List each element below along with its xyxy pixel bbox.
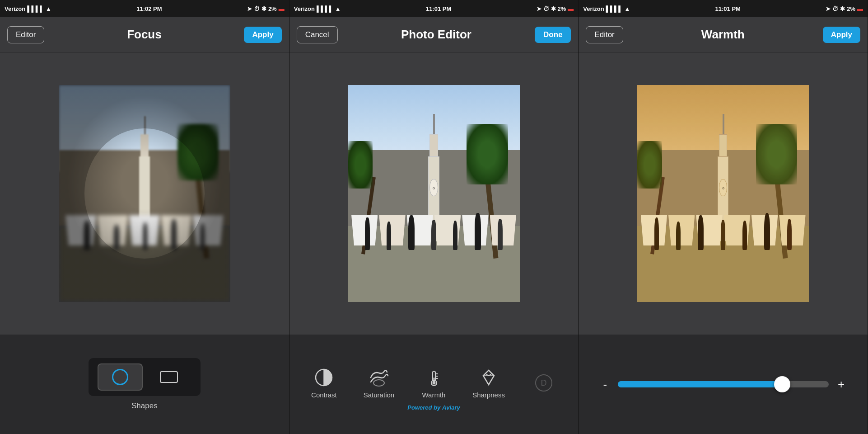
battery-focus: 2% bbox=[268, 5, 277, 12]
credit-text: Powered by bbox=[407, 404, 440, 411]
signal-icon: ▌▌▌▌ bbox=[27, 5, 44, 12]
carrier-editor: Verizon bbox=[294, 5, 315, 12]
svg-text:D: D bbox=[541, 378, 546, 387]
nav-title-warmth: Warmth bbox=[623, 28, 823, 42]
status-left-editor: Verizon ▌▌▌▌ ▲ bbox=[294, 5, 341, 12]
toolbar-editor: Contrast Saturation bbox=[289, 335, 579, 434]
warmth-panel: Verizon ▌▌▌▌ ▲ 11:01 PM ➤ ⏱ ✱ 2% ▬ Edito… bbox=[579, 0, 868, 434]
bluetooth-icon-warmth: ✱ bbox=[840, 5, 845, 12]
carrier-warmth: Verizon bbox=[583, 5, 604, 12]
scene-editor: ◷ bbox=[348, 85, 520, 302]
status-left-warmth: Verizon ▌▌▌▌ ▲ bbox=[583, 5, 630, 12]
nav-bar-warmth: Editor Warmth Apply bbox=[579, 17, 868, 52]
status-bar-focus: Verizon ▌▌▌▌ ▲ 11:02 PM ➤ ⏱ ✱ 2% ▬ bbox=[0, 0, 289, 17]
battery-warmth: 2% bbox=[847, 5, 855, 12]
battery-icon: ▬ bbox=[279, 5, 285, 12]
status-left-focus: Verizon ▌▌▌▌ ▲ bbox=[5, 5, 51, 12]
photo-area-warmth: ◷ bbox=[579, 52, 868, 335]
battery-editor: 2% bbox=[558, 5, 566, 12]
svg-point-6 bbox=[432, 382, 435, 385]
nav-title-editor: Photo Editor bbox=[338, 28, 535, 42]
warmth-svg bbox=[424, 368, 444, 387]
circle-shape-btn[interactable] bbox=[98, 363, 143, 391]
slider-fill bbox=[618, 381, 782, 387]
apply-button-warmth[interactable]: Apply bbox=[823, 27, 860, 43]
clock-icon: ⏱ bbox=[254, 5, 260, 12]
clock-icon-warmth: ⏱ bbox=[832, 5, 838, 12]
photo-warmth: ◷ bbox=[637, 85, 809, 302]
saturation-tool[interactable]: Saturation bbox=[361, 367, 397, 399]
scene-focus bbox=[59, 85, 230, 302]
photo-focus bbox=[59, 85, 230, 302]
shapes-container bbox=[89, 358, 201, 396]
carrier-focus: Verizon bbox=[5, 5, 25, 12]
nav-title-focus: Focus bbox=[44, 28, 244, 42]
aviary-credit: Powered by Aviary bbox=[407, 401, 460, 412]
slider-plus[interactable]: + bbox=[836, 377, 847, 392]
rectangle-shape-btn[interactable] bbox=[146, 363, 191, 391]
photo-editor: ◷ bbox=[348, 85, 520, 302]
warmth-icon bbox=[423, 367, 445, 388]
time-focus: 11:02 PM bbox=[136, 5, 162, 12]
tools-row: Contrast Saturation bbox=[297, 362, 571, 401]
saturation-label: Saturation bbox=[364, 391, 394, 399]
contrast-svg bbox=[314, 368, 334, 387]
slider-thumb[interactable] bbox=[774, 376, 790, 392]
battery-icon-warmth: ▬ bbox=[857, 5, 863, 12]
editor-panel: Verizon ▌▌▌▌ ▲ 11:01 PM ➤ ⏱ ✱ 2% ▬ Cance… bbox=[289, 0, 579, 434]
bluetooth-icon: ✱ bbox=[261, 5, 266, 12]
wifi-icon-editor: ▲ bbox=[335, 5, 341, 12]
more-svg: D bbox=[534, 373, 554, 393]
toolbar-focus: Shapes bbox=[0, 335, 289, 434]
warmth-tool[interactable]: Warmth bbox=[416, 367, 452, 399]
editor-button-focus[interactable]: Editor bbox=[7, 26, 44, 43]
status-right-editor: ➤ ⏱ ✱ 2% ▬ bbox=[537, 5, 574, 12]
shapes-label: Shapes bbox=[131, 401, 158, 410]
photo-area-focus bbox=[0, 52, 289, 335]
toolbar-warmth: - + bbox=[579, 335, 868, 434]
nav-bar-editor: Cancel Photo Editor Done bbox=[289, 17, 579, 52]
people-warmth bbox=[646, 207, 800, 250]
slider-row: - + bbox=[600, 374, 847, 395]
more-icon: D bbox=[533, 372, 555, 394]
location-icon-editor: ➤ bbox=[537, 5, 541, 12]
slider-minus[interactable]: - bbox=[600, 377, 611, 392]
status-bar-editor: Verizon ▌▌▌▌ ▲ 11:01 PM ➤ ⏱ ✱ 2% ▬ bbox=[289, 0, 579, 17]
svg-point-2 bbox=[373, 380, 384, 386]
contrast-label: Contrast bbox=[311, 391, 337, 399]
done-button[interactable]: Done bbox=[535, 27, 571, 43]
bluetooth-icon-editor: ✱ bbox=[551, 5, 556, 12]
clock-icon-editor: ⏱ bbox=[543, 5, 549, 12]
focus-panel: Verizon ▌▌▌▌ ▲ 11:02 PM ➤ ⏱ ✱ 2% ▬ Edito… bbox=[0, 0, 289, 434]
status-bar-warmth: Verizon ▌▌▌▌ ▲ 11:01 PM ➤ ⏱ ✱ 2% ▬ bbox=[579, 0, 868, 17]
sharpness-svg bbox=[479, 368, 499, 387]
sharpness-tool[interactable]: Sharpness bbox=[471, 367, 507, 399]
location-icon-warmth: ➤ bbox=[826, 5, 831, 12]
wifi-icon: ▲ bbox=[46, 5, 51, 12]
circle-icon bbox=[112, 369, 128, 385]
saturation-svg bbox=[369, 368, 389, 387]
more-tool[interactable]: D bbox=[526, 372, 562, 394]
apply-button-focus[interactable]: Apply bbox=[244, 27, 281, 43]
vignette-focus bbox=[59, 85, 230, 302]
saturation-icon bbox=[368, 367, 390, 388]
wifi-icon-warmth: ▲ bbox=[624, 5, 630, 12]
time-editor: 11:01 PM bbox=[426, 5, 451, 12]
contrast-tool[interactable]: Contrast bbox=[306, 367, 342, 399]
slider-track[interactable] bbox=[618, 381, 829, 387]
signal-icon-warmth: ▌▌▌▌ bbox=[606, 5, 623, 12]
contrast-icon bbox=[313, 367, 335, 388]
location-icon: ➤ bbox=[247, 5, 252, 12]
cancel-button[interactable]: Cancel bbox=[297, 26, 338, 43]
nav-bar-focus: Editor Focus Apply bbox=[0, 17, 289, 52]
warmth-label-editor: Warmth bbox=[422, 391, 446, 399]
time-warmth: 11:01 PM bbox=[715, 5, 741, 12]
signal-icon-editor: ▌▌▌▌ bbox=[317, 5, 333, 12]
rect-icon bbox=[160, 371, 178, 383]
editor-button-warmth[interactable]: Editor bbox=[586, 26, 623, 43]
people-editor bbox=[357, 207, 511, 250]
scene-warmth: ◷ bbox=[637, 85, 809, 302]
photo-area-editor: ◷ bbox=[289, 52, 579, 335]
sharpness-label: Sharpness bbox=[472, 391, 505, 399]
sharpness-icon bbox=[478, 367, 499, 388]
